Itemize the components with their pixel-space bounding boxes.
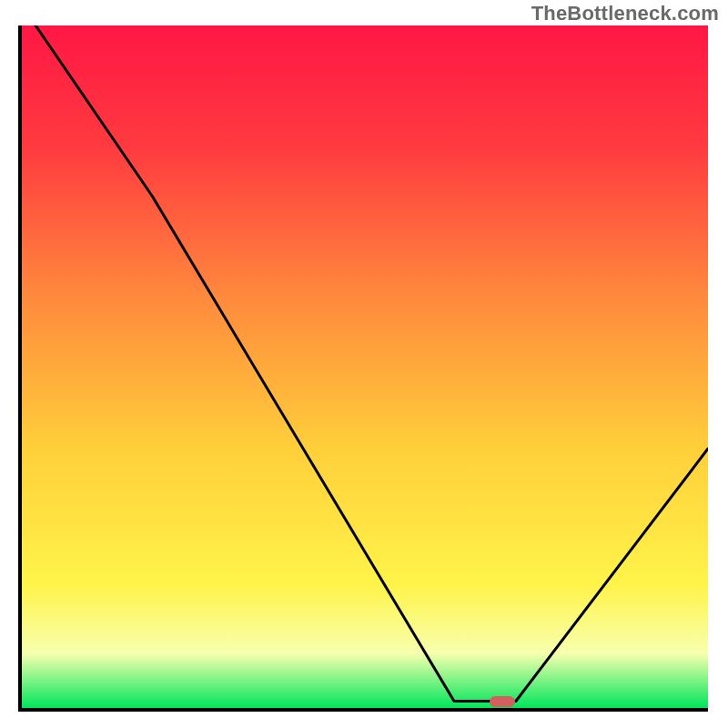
plot-area [18, 25, 708, 712]
watermark-text: TheBottleneck.com [531, 2, 719, 25]
chart-container: TheBottleneck.com [0, 0, 728, 728]
bottleneck-curve [22, 25, 708, 708]
optimal-point-marker [490, 696, 515, 707]
